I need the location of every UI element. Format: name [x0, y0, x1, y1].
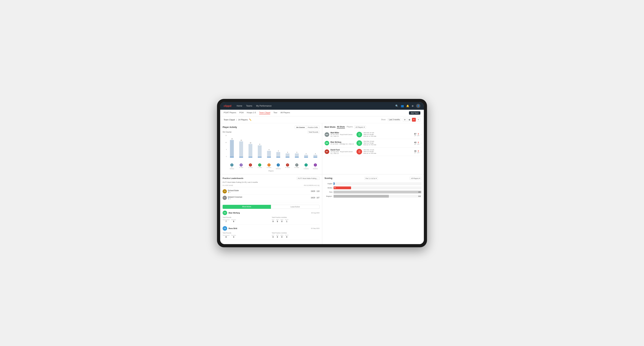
shot-avatar-2: BM [324, 141, 329, 145]
bar-group-bmcharg[interactable]: 13 [228, 135, 236, 158]
scoring-header: Scoring Par 3, 4 & 5s ▾ All Players ▾ [324, 177, 422, 180]
add-team-button[interactable]: Add Team [409, 111, 420, 115]
tab-hcaps[interactable]: Hcaps 1-5 [247, 112, 256, 114]
shot-card-blair-mcharg[interactable]: BM Blair McHarg 23 Jul 2023 · Ashridge G… [324, 139, 422, 148]
practice-filter-dropdown[interactable]: PUTT Must Make Putting ... [296, 177, 320, 180]
x-item-7: R R. Butler [284, 163, 292, 169]
chart-x-label: Players [222, 170, 320, 172]
nav-link-home[interactable]: Home [236, 105, 242, 107]
x-item-6: O O. Billingham [274, 163, 282, 169]
player-count: 14 Players [238, 119, 248, 121]
view-grid-button[interactable]: ▦ [408, 118, 411, 122]
toggle-practice-drills[interactable]: Practice Drills [306, 126, 319, 129]
users-icon[interactable]: 👥 [401, 105, 404, 107]
active-avatar-2: RB [222, 226, 227, 231]
show-select[interactable]: Last 3 months [388, 118, 401, 121]
bell-icon[interactable]: 🔔 [406, 105, 409, 107]
shot-player-name-2: Blair McHarg [330, 141, 355, 143]
nav-link-teams[interactable]: Teams [246, 105, 252, 107]
tab-least-active[interactable]: Least Active [271, 205, 320, 209]
team-name: Team Clippd [224, 119, 235, 121]
tab-most-active[interactable]: Most Active [222, 205, 271, 209]
bar-group-mmiller[interactable]: 3 [293, 135, 301, 158]
col-pb-score: PB SCORE [304, 184, 312, 186]
tab-players[interactable]: Players [347, 126, 353, 128]
active-stats-2: Total Rounds Tournament 8 Practice [222, 232, 320, 238]
shot-details-1: Shot Dist: 67 yds Start Lie: Rough End L… [364, 132, 413, 137]
shot-card-matt-miller[interactable]: MM Matt Miller 09 Jun 2023 · Royal North… [324, 130, 422, 139]
tab-all-shots[interactable]: All Shots [337, 126, 345, 128]
nav-link-myperformance[interactable]: My Performance [256, 105, 272, 107]
leaderboard-cols: PLAYER NAME PB SCORE PB AVG SQ [222, 184, 320, 187]
player-cell-2: EC Edward Crossman 🥈2 [222, 196, 310, 200]
active-tabs: Most Active Least Active [222, 205, 320, 209]
x-axis-row: B B. McHarg R R. Britt D D. Ford J [222, 163, 320, 169]
chart-subheader: On Course Total Rounds [222, 131, 320, 133]
player-rank-2: 🥈2 [228, 198, 242, 199]
scoring-label-birdies: Birdies [324, 187, 332, 189]
scoring-label-eagles: Eagles [324, 183, 332, 184]
leaderboard-row-2[interactable]: EC Edward Crossman 🥈2 18/20 107 [222, 195, 320, 201]
team-title: Team Clippd | 14 Players ✏️ [224, 119, 252, 121]
col-player-name: PLAYER NAME [222, 184, 304, 186]
tab-tour[interactable]: Tour [273, 112, 277, 114]
tab-pgat-players[interactable]: PGAT Players [224, 112, 236, 114]
shot-player-info-3: David Ford 24 Aug 2023 · Royal North Dev… [330, 149, 355, 154]
shot-metrics-2: 43 yds 0 yds [414, 141, 419, 145]
shot-badge-3: 198 SG [356, 149, 362, 155]
x-item-8: M M. Miller [293, 163, 301, 169]
player-avatar-2: EC [222, 196, 227, 200]
bar-group-dford[interactable]: 10 [246, 135, 254, 158]
nav-bar: clippd Home Teams My Performance 🔍 👥 🔔 ⊕… [220, 102, 424, 110]
leaderboard-row-1[interactable]: RB Richard Butler 🏅1 19/20 110 [222, 188, 320, 195]
activity-panel: Player Activity On Course Practice Drill… [220, 123, 322, 174]
toggle-on-course[interactable]: On Course [295, 126, 306, 129]
bar-group-ecrossman[interactable]: 2 [302, 135, 310, 158]
bar-group-rbritt[interactable]: 12 [237, 135, 245, 158]
scoring-filter2[interactable]: All Players ▾ [410, 177, 422, 180]
scoring-row-birdies: Birdies 96 [324, 186, 422, 189]
add-icon[interactable]: ⊕ [412, 105, 414, 107]
tab-team-clippd[interactable]: Team Clippd [259, 112, 270, 114]
scoring-row-eagles: Eagles 3 [324, 182, 422, 185]
bar-group-crobertson[interactable]: 2 [311, 135, 320, 158]
view-list-button[interactable]: ≡ [416, 118, 420, 122]
scoring-panel: Scoring Par 3, 4 & 5s ▾ All Players ▾ Ea… [322, 174, 424, 244]
bar-group-jcoles[interactable]: 9 [256, 135, 264, 158]
scoring-label-pars: Pars [324, 191, 332, 193]
scoring-filter1[interactable]: Par 3, 4 & 5s ▾ [364, 177, 378, 180]
y-axis-labels: 151050 [222, 135, 228, 158]
user-avatar[interactable]: 👤 [416, 104, 420, 108]
active-player-card-2: RB Rees Britt 02 Sep 2023 Total Rounds T… [222, 226, 320, 240]
tab-all-players[interactable]: All Players [280, 112, 290, 114]
shot-card-david-ford[interactable]: DF David Ford 24 Aug 2023 · Royal North … [324, 148, 422, 156]
bar-group-rbutler[interactable]: 3 [284, 135, 292, 158]
edit-icon[interactable]: ✏️ [249, 119, 252, 121]
tablet-frame: clippd Home Teams My Performance 🔍 👥 🔔 ⊕… [217, 99, 427, 247]
nav-logo: clippd [224, 104, 231, 107]
x-item-9: E E. Crossman [302, 163, 310, 169]
shot-metrics-1: 67 yds 0 yds [414, 133, 419, 136]
view-grid-sm-button[interactable]: ⊞ [403, 118, 407, 122]
x-item-4: J J. Coles [256, 163, 264, 169]
view-icons: ⊞ ▦ ♥ ≡ [403, 118, 420, 122]
best-shots-filter[interactable]: All Players ▾ [354, 126, 366, 129]
shot-player-detail-1: 09 Jun 2023 · Royal North Devon GC, Hole… [330, 134, 355, 137]
shot-avatar-3: DF [324, 149, 329, 154]
active-name-1: Blair McHarg [228, 212, 240, 214]
scoring-title: Scoring [324, 177, 332, 179]
bar-chart: 151050 13 12 10 [222, 135, 320, 163]
scoring-row-pars: Pars 499 [324, 191, 422, 193]
search-icon[interactable]: 🔍 [395, 105, 398, 107]
player-score-2: 18/20 [311, 197, 315, 199]
shot-badge-1: 200 SG [356, 132, 362, 137]
tab-pga[interactable]: PGA [240, 112, 244, 114]
chart-subtitle: On Course [222, 131, 232, 133]
bar-group-eebert[interactable]: 5 [265, 135, 273, 158]
chevron-right-2: › [421, 142, 422, 144]
page-wrapper: clippd Home Teams My Performance 🔍 👥 🔔 ⊕… [217, 99, 427, 247]
view-heart-button[interactable]: ♥ [412, 118, 416, 122]
best-shots-tabs: All Shots Players [337, 126, 353, 128]
bar-group-obillingham[interactable]: 4 [274, 135, 282, 158]
chart-filter-dropdown[interactable]: Total Rounds [307, 131, 320, 133]
